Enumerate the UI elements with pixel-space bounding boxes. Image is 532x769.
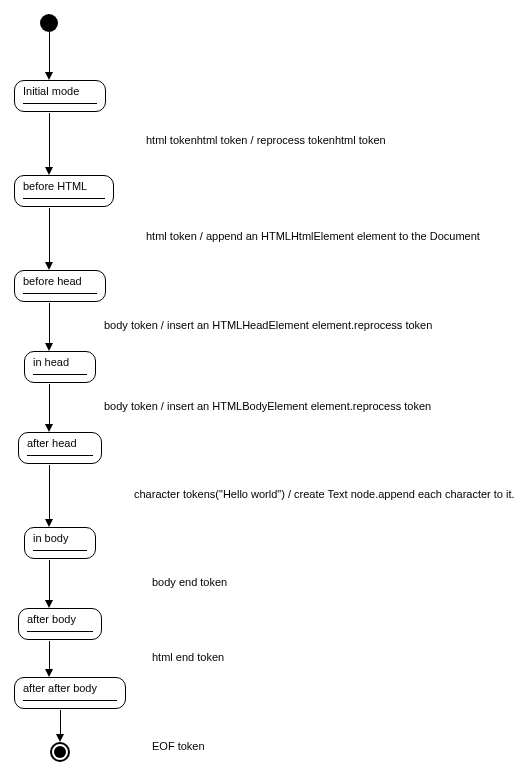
state-diagram: Initial mode html tokenhtml token / repr… <box>0 0 532 769</box>
arrow-head-icon <box>45 72 53 80</box>
state-divider <box>33 374 87 375</box>
state-label: in body <box>33 532 87 544</box>
arrow-line <box>49 303 50 343</box>
state-before-html: before HTML <box>14 175 114 207</box>
state-label: after after body <box>23 682 117 694</box>
arrow-line <box>49 113 50 167</box>
transition-label: html tokenhtml token / reprocess tokenht… <box>146 134 386 146</box>
state-divider <box>27 455 93 456</box>
state-label: before head <box>23 275 97 287</box>
state-label: after head <box>27 437 93 449</box>
arrow-head-icon <box>45 262 53 270</box>
arrow-head-icon <box>45 167 53 175</box>
arrow-line <box>49 465 50 519</box>
state-label: before HTML <box>23 180 105 192</box>
state-after-head: after head <box>18 432 102 464</box>
transition-label: character tokens("Hello world") / create… <box>134 488 515 500</box>
arrow-head-icon <box>45 519 53 527</box>
state-divider <box>33 550 87 551</box>
state-after-body: after body <box>18 608 102 640</box>
transition-label: EOF token <box>152 740 205 752</box>
transition-label: html token / append an HTMLHtmlElement e… <box>146 230 480 242</box>
arrow-line <box>49 208 50 262</box>
state-in-head: in head <box>24 351 96 383</box>
transition-label: body token / insert an HTMLHeadElement e… <box>104 319 432 331</box>
arrow-head-icon <box>45 669 53 677</box>
final-node <box>50 742 70 762</box>
initial-node <box>40 14 58 32</box>
state-before-head: before head <box>14 270 106 302</box>
transition-label: body end token <box>152 576 227 588</box>
state-divider <box>23 700 117 701</box>
arrow-line <box>49 32 50 72</box>
state-divider <box>27 631 93 632</box>
arrow-line <box>49 560 50 600</box>
arrow-line <box>60 710 61 734</box>
state-divider <box>23 103 97 104</box>
state-divider <box>23 198 105 199</box>
state-after-after-body: after after body <box>14 677 126 709</box>
state-in-body: in body <box>24 527 96 559</box>
arrow-head-icon <box>45 424 53 432</box>
state-label: in head <box>33 356 87 368</box>
transition-label: body token / insert an HTMLBodyElement e… <box>104 400 431 412</box>
transition-label: html end token <box>152 651 224 663</box>
state-label: Initial mode <box>23 85 97 97</box>
state-label: after body <box>27 613 93 625</box>
arrow-head-icon <box>45 343 53 351</box>
state-initial-mode: Initial mode <box>14 80 106 112</box>
state-divider <box>23 293 97 294</box>
arrow-head-icon <box>45 600 53 608</box>
arrow-line <box>49 384 50 424</box>
final-node-inner <box>54 746 66 758</box>
arrow-line <box>49 641 50 669</box>
arrow-head-icon <box>56 734 64 742</box>
